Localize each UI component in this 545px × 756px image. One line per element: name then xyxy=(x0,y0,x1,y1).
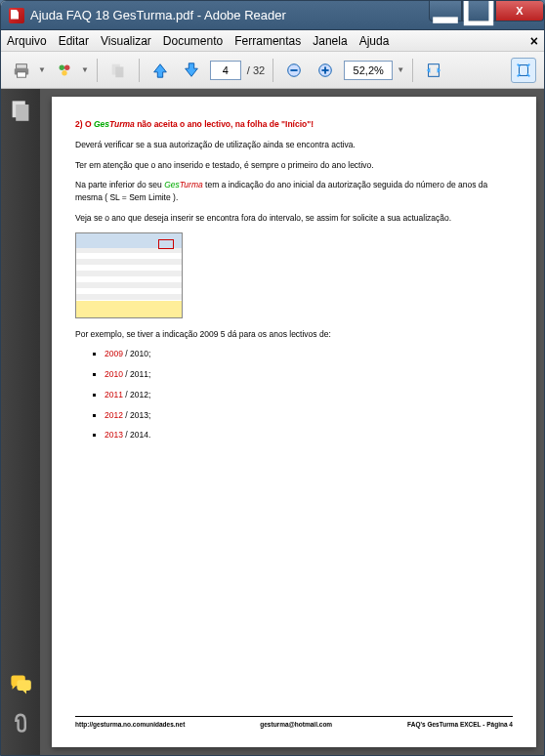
svg-point-6 xyxy=(64,64,69,69)
zoom-out-button[interactable] xyxy=(281,58,307,83)
svg-rect-1 xyxy=(466,0,491,22)
menu-visualizar[interactable]: Visualizar xyxy=(101,34,151,48)
menu-ajuda[interactable]: Ajuda xyxy=(359,34,390,48)
comments-icon[interactable] xyxy=(9,673,32,696)
window-title: Ajuda FAQ 18 GesTurma.pdf - Adobe Reader xyxy=(30,8,429,22)
page-total-label: / 32 xyxy=(247,64,265,76)
menu-arquivo[interactable]: Arquivo xyxy=(7,34,47,48)
pages-button[interactable] xyxy=(105,58,131,83)
document-area[interactable]: 2) O GesTurma não aceita o ano lectivo, … xyxy=(40,89,544,755)
embedded-screenshot xyxy=(75,232,183,318)
footer-email: gesturma@hotmail.com xyxy=(260,720,332,730)
doc-paragraph: Deverá verificar se a sua autorização de… xyxy=(75,139,513,151)
zoom-dropdown-icon[interactable]: ▼ xyxy=(397,65,404,74)
svg-rect-14 xyxy=(324,66,326,73)
svg-rect-9 xyxy=(115,66,123,77)
collab-dropdown-icon[interactable]: ▼ xyxy=(81,65,89,74)
list-item: 2010 / 2011; xyxy=(105,368,513,381)
titlebar: Ajuda FAQ 18 GesTurma.pdf - Adobe Reader… xyxy=(1,1,544,30)
menu-close-icon[interactable]: × xyxy=(530,33,538,49)
collab-button[interactable] xyxy=(52,58,77,83)
list-item: 2012 / 2013; xyxy=(105,409,513,422)
maximize-button[interactable] xyxy=(462,0,495,21)
pdf-page: 2) O GesTurma não aceita o ano lectivo, … xyxy=(52,97,536,747)
doc-paragraph: Na parte inferior do seu GesTurma tem a … xyxy=(75,179,513,204)
menubar: Arquivo Editar Visualizar Documento Ferr… xyxy=(1,30,544,52)
svg-rect-18 xyxy=(16,105,28,121)
svg-point-5 xyxy=(60,64,64,69)
list-item: 2011 / 2012; xyxy=(105,389,513,401)
svg-rect-2 xyxy=(17,63,27,68)
svg-rect-4 xyxy=(18,71,26,76)
app-icon xyxy=(9,8,24,23)
menu-editar[interactable]: Editar xyxy=(59,34,89,48)
print-dropdown-icon[interactable]: ▼ xyxy=(38,65,46,74)
svg-rect-0 xyxy=(433,17,458,22)
menu-ferramentas[interactable]: Ferramentas xyxy=(234,34,301,48)
page-up-button[interactable] xyxy=(147,58,173,83)
page-number-input[interactable] xyxy=(210,61,241,80)
minimize-button[interactable] xyxy=(429,0,462,21)
attachments-icon[interactable] xyxy=(9,710,32,734)
svg-rect-16 xyxy=(520,64,528,75)
page-footer: http://gesturma.no.comunidades.net gestu… xyxy=(75,716,513,730)
list-item: 2009 / 2010; xyxy=(105,348,513,360)
list-item: 2013 / 2014. xyxy=(105,429,513,441)
doc-heading: 2) O GesTurma não aceita o ano lectivo, … xyxy=(75,118,513,131)
print-button[interactable] xyxy=(9,58,34,83)
svg-rect-11 xyxy=(291,69,298,71)
fit-width-button[interactable] xyxy=(421,58,446,83)
svg-point-7 xyxy=(62,70,66,75)
doc-paragraph: Por exemplo, se tiver a indicação 2009 5… xyxy=(75,328,513,341)
footer-url: http://gesturma.no.comunidades.net xyxy=(75,720,185,730)
app-window: Ajuda FAQ 18 GesTurma.pdf - Adobe Reader… xyxy=(0,0,545,756)
thumbnails-icon[interactable] xyxy=(9,99,32,122)
doc-paragraph: Veja se o ano que deseja inserir se enco… xyxy=(75,212,513,225)
menu-documento[interactable]: Documento xyxy=(163,34,223,48)
footer-pagenum: FAQ's GesTurma EXCEL - Página 4 xyxy=(407,720,513,730)
close-button[interactable]: X xyxy=(495,0,544,21)
sidebar xyxy=(1,89,40,755)
year-list: 2009 / 2010; 2010 / 2011; 2011 / 2012; 2… xyxy=(105,348,513,441)
fit-page-button[interactable] xyxy=(511,58,536,83)
toolbar: ▼ ▼ / 32 52,2% ▼ xyxy=(1,52,544,89)
zoom-in-button[interactable] xyxy=(313,58,338,83)
menu-janela[interactable]: Janela xyxy=(313,34,347,48)
zoom-level-input[interactable]: 52,2% xyxy=(344,61,393,80)
page-down-button[interactable] xyxy=(179,58,204,83)
doc-paragraph: Ter em atenção que o ano inserido e test… xyxy=(75,159,513,172)
